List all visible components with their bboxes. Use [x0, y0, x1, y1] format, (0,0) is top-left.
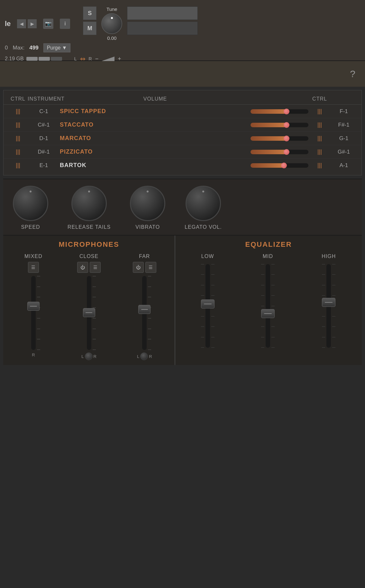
speed-knob-indicator [30, 191, 32, 192]
help-button[interactable]: ? [350, 68, 355, 79]
eq-line [261, 347, 264, 348]
vol-thumb-1[interactable] [284, 109, 289, 114]
eq-line [211, 274, 214, 275]
table-row: ||| D-1 MARCATO ||| G-1 [4, 132, 361, 145]
eq-line [261, 326, 264, 327]
eq-mid-label: MID [263, 254, 273, 259]
vol-minus-button[interactable]: − [95, 56, 99, 62]
m-button[interactable]: M [83, 22, 96, 35]
release-tails-knob[interactable] [71, 186, 107, 221]
mem-seg-1 [26, 57, 38, 61]
legato-vol-knob[interactable] [186, 186, 221, 221]
th-ctrl-left: CTRL [8, 96, 28, 102]
fader-thumb-line [141, 309, 148, 310]
vibrato-knob-wrap: VIBRATO [130, 186, 165, 230]
mixed-fader [31, 276, 36, 350]
fader-line [93, 276, 96, 276]
row-ctrl-c1: C-1 [28, 108, 60, 115]
microphones-title: MICROPHONES [6, 240, 171, 249]
s-button[interactable]: S [83, 6, 96, 20]
fader-line [37, 276, 40, 276]
eq-line [201, 285, 204, 285]
row-icon-1: ||| [8, 108, 28, 115]
far-fader [142, 276, 147, 350]
eq-line [332, 326, 335, 327]
release-tails-knob-indicator [88, 191, 90, 192]
eq-cols: LOW [178, 254, 359, 348]
vol-thumb-3[interactable] [284, 136, 289, 141]
eq-line [332, 316, 335, 316]
purge-button[interactable]: Purge ▼ [43, 43, 71, 52]
close-power-button[interactable]: ⏻ [77, 262, 88, 273]
eq-line [261, 264, 264, 264]
vibrato-knob[interactable] [130, 186, 165, 221]
row-name-pizzicato[interactable]: PIZZICATO [60, 148, 251, 155]
nav-prev-button[interactable]: ◀ [17, 19, 26, 28]
close-icon-row: ⏻ ☰ [77, 262, 101, 273]
tune-knob[interactable] [101, 13, 122, 34]
eq-line [332, 295, 335, 296]
eq-col-low: LOW [201, 254, 214, 348]
far-fader-thumb[interactable] [138, 305, 151, 314]
fader-line [37, 297, 40, 297]
mem-seg-3 [51, 57, 62, 61]
info-icon-button[interactable]: i [60, 19, 70, 29]
volume-slider-2[interactable] [251, 123, 308, 127]
eq-thumb-line [204, 304, 212, 304]
eq-low-label: LOW [201, 254, 214, 259]
row-bars-3: ||| [308, 135, 331, 142]
legato-vol-knob-indicator [202, 191, 204, 192]
eq-line [322, 285, 325, 285]
th-instrument: INSTRUMENT [28, 96, 60, 102]
fader-line [148, 276, 151, 276]
volume-slider-3[interactable] [251, 136, 308, 141]
legato-vol-knob-wrap: LEGATO VOL. [185, 186, 222, 230]
mixed-fader-track [31, 276, 36, 350]
far-pan-knob[interactable] [140, 352, 148, 360]
speed-knob[interactable] [13, 186, 48, 221]
row-bars-1: ||| [308, 108, 331, 115]
far-power-button[interactable]: ⏻ [133, 262, 144, 273]
volume-slider-1[interactable] [251, 109, 308, 114]
volume-slider-5[interactable] [251, 163, 308, 168]
row-name-marcato[interactable]: MARCATO [60, 135, 251, 142]
microphones-section: MICROPHONES MIXED ☰ [3, 236, 175, 365]
far-list-button[interactable]: ☰ [145, 262, 156, 273]
row-name-staccato[interactable]: STACCATO [60, 121, 251, 128]
fader-line [37, 339, 40, 339]
fader-line [93, 297, 96, 297]
vol-thumb-5[interactable] [281, 163, 287, 168]
instrument-table: CTRL INSTRUMENT VOLUME CTRL ||| C-1 SPIC… [3, 90, 362, 175]
nav-next-button[interactable]: ▶ [28, 19, 37, 28]
vibrato-label: VIBRATO [135, 224, 160, 230]
vol-plus-button[interactable]: + [118, 56, 121, 62]
row-name-spicc[interactable]: SPICC TAPPED [60, 108, 251, 115]
eq-low-thumb[interactable] [201, 299, 214, 308]
row-icon-4: ||| [8, 148, 28, 155]
eq-mid-thumb[interactable] [261, 309, 275, 318]
mixed-list-button[interactable]: ☰ [28, 262, 39, 273]
row-ctrl-fs1: F#-1 [331, 122, 357, 128]
vol-thumb-2[interactable] [284, 122, 289, 128]
eq-line [201, 274, 204, 275]
camera-icon-button[interactable]: 📷 [43, 19, 53, 29]
eq-line [201, 326, 204, 327]
plugin-title: le [5, 20, 11, 28]
eq-col-mid: MID [263, 254, 273, 348]
mixed-fader-thumb[interactable] [27, 302, 40, 311]
eq-line [261, 306, 264, 306]
vol-thumb-4[interactable] [284, 149, 289, 155]
close-pan-knob[interactable] [85, 352, 93, 360]
close-fader-thumb[interactable] [83, 308, 95, 317]
display-box-2 [127, 22, 198, 35]
close-list-button[interactable]: ☰ [90, 262, 101, 273]
max-value: 499 [29, 45, 38, 51]
fader-line [37, 329, 40, 329]
lr-center-icon: ⇔ [80, 55, 86, 63]
volume-slider-4[interactable] [251, 150, 308, 154]
row-name-bartok[interactable]: BARTOK [60, 162, 251, 169]
eq-high-thumb[interactable] [322, 298, 335, 307]
table-row: ||| C-1 SPICC TAPPED ||| F-1 [4, 105, 361, 118]
eq-line [261, 295, 264, 296]
display-box-1 [127, 6, 198, 20]
